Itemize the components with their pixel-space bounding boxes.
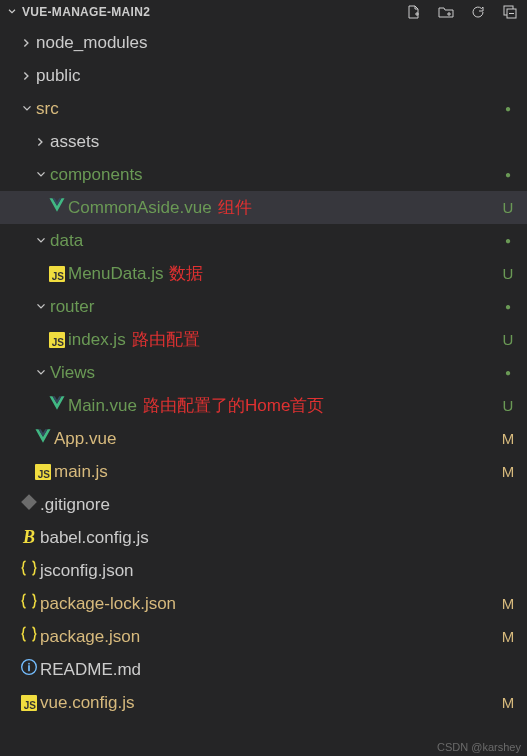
file-row[interactable]: package-lock.jsonM — [0, 587, 527, 620]
folder-row[interactable]: src● — [0, 92, 527, 125]
vue-icon — [48, 394, 66, 417]
chevron-down-icon[interactable] — [18, 102, 36, 116]
chevron-down-icon[interactable] — [4, 6, 20, 18]
file-label: jsconfig.json — [40, 561, 134, 581]
folder-row[interactable]: Views● — [0, 356, 527, 389]
git-status-badge: U — [499, 331, 517, 348]
git-status-badge: M — [499, 694, 517, 711]
annotation: 路由配置了的Home首页 — [143, 394, 324, 417]
file-row[interactable]: package.jsonM — [0, 620, 527, 653]
file-row[interactable]: jsconfig.json — [0, 554, 527, 587]
file-row[interactable]: CommonAside.vue组件U — [0, 191, 527, 224]
file-row[interactable]: JSvue.config.jsM — [0, 686, 527, 719]
file-row[interactable]: JSmain.jsM — [0, 455, 527, 488]
file-label: README.md — [40, 660, 141, 680]
git-icon — [20, 493, 38, 516]
file-label: package-lock.json — [40, 594, 176, 614]
git-status-dot: ● — [499, 103, 517, 114]
file-row[interactable]: App.vueM — [0, 422, 527, 455]
chevron-down-icon[interactable] — [32, 234, 50, 248]
annotation: 路由配置 — [132, 328, 200, 351]
file-label: App.vue — [54, 429, 116, 449]
refresh-icon[interactable] — [469, 3, 487, 21]
file-label: .gitignore — [40, 495, 110, 515]
file-label: Main.vue — [68, 396, 137, 416]
folder-label: node_modules — [36, 33, 148, 53]
git-status-badge: M — [499, 628, 517, 645]
file-tree: node_modulespublicsrc●assetscomponents●C… — [0, 24, 527, 719]
annotation: 组件 — [218, 196, 252, 219]
chevron-down-icon[interactable] — [32, 168, 50, 182]
file-label: vue.config.js — [40, 693, 135, 713]
folder-label: router — [50, 297, 94, 317]
git-status-badge: M — [499, 463, 517, 480]
chevron-right-icon[interactable] — [18, 69, 36, 83]
file-row[interactable]: Main.vue路由配置了的Home首页U — [0, 389, 527, 422]
explorer-header: VUE-MANAGE-MAIN2 — [0, 0, 527, 24]
folder-row[interactable]: router● — [0, 290, 527, 323]
file-row[interactable]: JSindex.js路由配置U — [0, 323, 527, 356]
header-actions — [405, 3, 523, 21]
js-icon: JS — [21, 695, 37, 711]
git-status-badge: U — [499, 397, 517, 414]
git-status-dot: ● — [499, 301, 517, 312]
file-row[interactable]: Bbabel.config.js — [0, 521, 527, 554]
file-label: babel.config.js — [40, 528, 149, 548]
file-label: CommonAside.vue — [68, 198, 212, 218]
git-status-badge: M — [499, 595, 517, 612]
folder-label: assets — [50, 132, 99, 152]
json-icon — [20, 559, 38, 582]
file-row[interactable]: README.md — [0, 653, 527, 686]
folder-label: Views — [50, 363, 95, 383]
collapse-all-icon[interactable] — [501, 3, 519, 21]
file-label: package.json — [40, 627, 140, 647]
folder-label: components — [50, 165, 143, 185]
json-icon — [20, 625, 38, 648]
annotation: 数据 — [169, 262, 203, 285]
js-icon: JS — [49, 332, 65, 348]
git-status-dot: ● — [499, 169, 517, 180]
git-status-badge: M — [499, 430, 517, 447]
new-file-icon[interactable] — [405, 3, 423, 21]
vue-icon — [48, 196, 66, 219]
folder-row[interactable]: node_modules — [0, 26, 527, 59]
js-icon: JS — [49, 266, 65, 282]
folder-label: data — [50, 231, 83, 251]
chevron-down-icon[interactable] — [32, 300, 50, 314]
chevron-right-icon[interactable] — [18, 36, 36, 50]
file-label: main.js — [54, 462, 108, 482]
js-icon: JS — [35, 464, 51, 480]
json-icon — [20, 592, 38, 615]
file-label: index.js — [68, 330, 126, 350]
git-status-badge: U — [499, 265, 517, 282]
git-status-dot: ● — [499, 235, 517, 246]
folder-label: src — [36, 99, 59, 119]
info-icon — [20, 658, 38, 681]
babel-icon: B — [23, 527, 35, 548]
chevron-down-icon[interactable] — [32, 366, 50, 380]
folder-row[interactable]: assets — [0, 125, 527, 158]
chevron-right-icon[interactable] — [32, 135, 50, 149]
git-status-dot: ● — [499, 367, 517, 378]
vue-icon — [34, 427, 52, 450]
git-status-badge: U — [499, 199, 517, 216]
folder-label: public — [36, 66, 80, 86]
project-title: VUE-MANAGE-MAIN2 — [20, 5, 405, 19]
watermark: CSDN @karshey — [437, 741, 521, 753]
folder-row[interactable]: public — [0, 59, 527, 92]
folder-row[interactable]: components● — [0, 158, 527, 191]
file-row[interactable]: .gitignore — [0, 488, 527, 521]
file-label: MenuData.js — [68, 264, 163, 284]
folder-row[interactable]: data● — [0, 224, 527, 257]
file-row[interactable]: JSMenuData.js数据U — [0, 257, 527, 290]
new-folder-icon[interactable] — [437, 3, 455, 21]
